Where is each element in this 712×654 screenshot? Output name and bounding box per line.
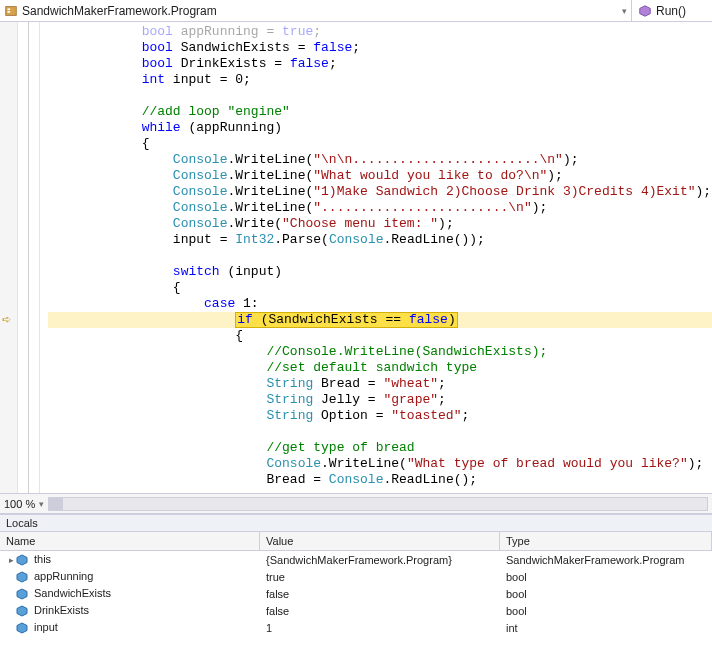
code-line[interactable]: Console.WriteLine(".....................… — [48, 200, 712, 216]
code-line[interactable]: input = Int32.Parse(Console.ReadLine()); — [48, 232, 712, 248]
code-line[interactable]: Bread = Console.ReadLine(); — [48, 472, 712, 488]
var-value: false — [260, 588, 500, 600]
locals-row[interactable]: DrinkExistsfalsebool — [0, 602, 712, 619]
variable-icon — [16, 588, 28, 600]
code-line[interactable]: //get type of bread — [48, 440, 712, 456]
var-value: false — [260, 605, 500, 617]
var-name: SandwichExists — [34, 587, 111, 599]
code-line[interactable] — [48, 248, 712, 264]
header-value[interactable]: Value — [260, 532, 500, 550]
locals-panel: Locals Name Value Type ▸this{SandwichMak… — [0, 514, 712, 654]
code-line[interactable]: //Console.WriteLine(SandwichExists); — [48, 344, 712, 360]
chevron-down-icon[interactable]: ▾ — [39, 499, 44, 509]
code-line[interactable]: while (appRunning) — [48, 120, 712, 136]
var-name: this — [34, 553, 51, 565]
svg-rect-2 — [8, 11, 11, 13]
navigation-bar: SandwichMakerFramework.Program ▾ Run() — [0, 0, 712, 22]
chevron-down-icon: ▾ — [622, 6, 627, 16]
code-line[interactable]: //set default sandwich type — [48, 360, 712, 376]
zoom-label: 100 % — [4, 498, 35, 510]
code-line[interactable]: { — [48, 136, 712, 152]
var-value: {SandwichMakerFramework.Program} — [260, 554, 500, 566]
code-line[interactable]: bool SandwichExists = false; — [48, 40, 712, 56]
method-icon — [638, 4, 652, 18]
expand-icon[interactable]: ▸ — [6, 555, 16, 565]
code-line[interactable]: { — [48, 280, 712, 296]
execution-pointer-icon: ➪ — [2, 313, 11, 326]
code-line[interactable]: bool DrinkExists = false; — [48, 56, 712, 72]
class-icon — [4, 4, 18, 18]
var-name: input — [34, 621, 58, 633]
code-line[interactable] — [48, 424, 712, 440]
class-dropdown[interactable]: SandwichMakerFramework.Program ▾ — [0, 0, 632, 21]
zoom-bar: 100 % ▾ — [0, 494, 712, 514]
code-line[interactable]: { — [48, 328, 712, 344]
code-line[interactable]: case 1: — [48, 296, 712, 312]
variable-icon — [16, 622, 28, 634]
locals-body[interactable]: ▸this{SandwichMakerFramework.Program}San… — [0, 551, 712, 654]
method-dropdown[interactable]: Run() — [632, 0, 712, 21]
var-name: DrinkExists — [34, 604, 89, 616]
var-type: int — [500, 622, 712, 634]
var-type: bool — [500, 605, 712, 617]
code-line[interactable]: switch (input) — [48, 264, 712, 280]
svg-marker-5 — [17, 572, 27, 582]
svg-rect-0 — [6, 6, 17, 15]
code-editor: ➪ bool appRunning = true; bool SandwichE… — [0, 22, 712, 494]
code-line[interactable]: Console.Write("Choose menu item: "); — [48, 216, 712, 232]
svg-marker-3 — [640, 5, 651, 16]
locals-row[interactable]: SandwichExistsfalsebool — [0, 585, 712, 602]
code-line[interactable]: String Jelly = "grape"; — [48, 392, 712, 408]
code-body[interactable]: bool appRunning = true; bool SandwichExi… — [40, 22, 712, 493]
svg-marker-8 — [17, 623, 27, 633]
method-label: Run() — [656, 4, 686, 18]
locals-row[interactable]: appRunningtruebool — [0, 568, 712, 585]
horizontal-scrollbar[interactable] — [48, 497, 708, 511]
code-line[interactable]: String Bread = "wheat"; — [48, 376, 712, 392]
code-line[interactable]: //add loop "engine" — [48, 104, 712, 120]
locals-header: Name Value Type — [0, 532, 712, 551]
svg-marker-4 — [17, 555, 27, 565]
outline-margin[interactable] — [18, 22, 40, 493]
var-type: bool — [500, 571, 712, 583]
header-name[interactable]: Name — [0, 532, 260, 550]
scrollbar-thumb[interactable] — [49, 498, 63, 510]
svg-rect-1 — [8, 8, 11, 10]
code-line[interactable] — [48, 88, 712, 104]
locals-row[interactable]: input1int — [0, 619, 712, 636]
code-line[interactable]: Console.WriteLine("What would you like t… — [48, 168, 712, 184]
variable-icon — [16, 605, 28, 617]
outline-guide — [28, 22, 29, 493]
class-label: SandwichMakerFramework.Program — [22, 4, 217, 18]
var-name: appRunning — [34, 570, 93, 582]
var-value: 1 — [260, 622, 500, 634]
var-type: SandwichMakerFramework.Program — [500, 554, 712, 566]
code-line[interactable]: bool appRunning = true; — [48, 24, 712, 40]
locals-row[interactable]: ▸this{SandwichMakerFramework.Program}San… — [0, 551, 712, 568]
variable-icon — [16, 571, 28, 583]
code-line[interactable]: Console.WriteLine("1)Make Sandwich 2)Cho… — [48, 184, 712, 200]
code-line[interactable]: String Option = "toasted"; — [48, 408, 712, 424]
code-line[interactable]: Console.WriteLine("\n\n.................… — [48, 152, 712, 168]
variable-icon — [16, 554, 28, 566]
code-line[interactable]: if (SandwichExists == false) — [48, 312, 712, 328]
var-value: true — [260, 571, 500, 583]
svg-marker-7 — [17, 606, 27, 616]
var-type: bool — [500, 588, 712, 600]
header-type[interactable]: Type — [500, 532, 712, 550]
code-line[interactable]: int input = 0; — [48, 72, 712, 88]
svg-marker-6 — [17, 589, 27, 599]
code-line[interactable] — [48, 488, 712, 493]
code-line[interactable]: Console.WriteLine("What type of bread wo… — [48, 456, 712, 472]
locals-title: Locals — [0, 515, 712, 532]
indicator-margin[interactable]: ➪ — [0, 22, 18, 493]
